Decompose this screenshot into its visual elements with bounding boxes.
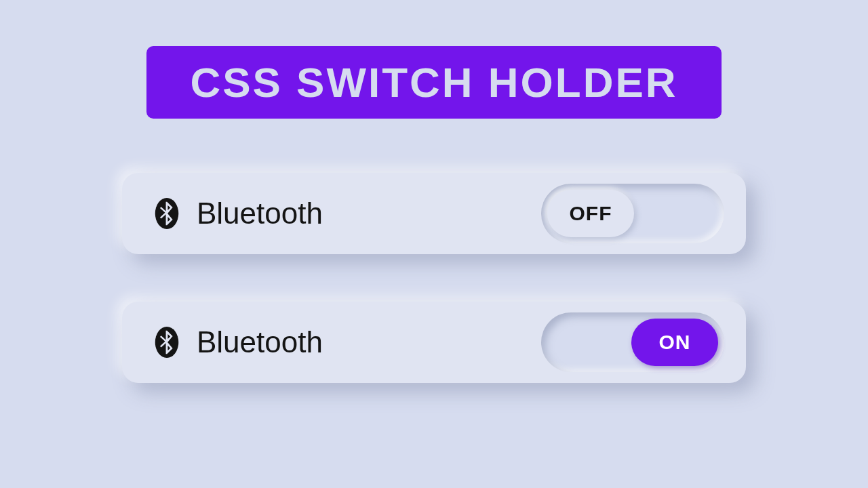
- bluetooth-icon: [153, 198, 180, 229]
- switch-row-bluetooth-on: Bluetooth ON: [122, 302, 746, 383]
- switch-label: Bluetooth: [197, 325, 323, 359]
- toggle-knob-on: ON: [631, 319, 718, 366]
- toggle-switch[interactable]: OFF: [541, 184, 724, 243]
- switch-container: Bluetooth OFF Bluetooth ON: [122, 173, 746, 383]
- switch-label-group: Bluetooth: [153, 197, 323, 230]
- switch-row-bluetooth-off: Bluetooth OFF: [122, 173, 746, 254]
- bluetooth-icon: [153, 327, 180, 358]
- toggle-switch[interactable]: ON: [541, 312, 724, 372]
- switch-label: Bluetooth: [197, 197, 323, 230]
- page-title: CSS SWITCH HOLDER: [146, 46, 721, 119]
- toggle-knob-off: OFF: [547, 190, 634, 237]
- switch-label-group: Bluetooth: [153, 325, 323, 359]
